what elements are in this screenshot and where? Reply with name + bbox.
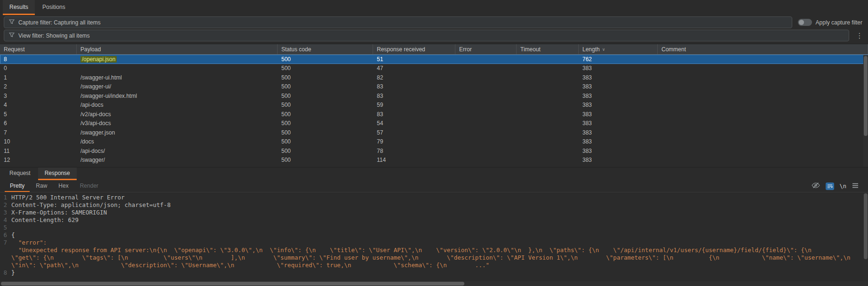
table-cell: 10 xyxy=(0,137,77,147)
table-cell: /v3/api-docs xyxy=(77,119,278,128)
table-cell xyxy=(455,146,517,156)
table-cell: 114 xyxy=(373,156,455,165)
column-header-status-code[interactable]: Status code xyxy=(278,44,373,54)
editor-line: 2Content-Type: application/json; charset… xyxy=(0,201,868,209)
tab-positions[interactable]: Positions xyxy=(36,0,72,15)
line-content: } xyxy=(11,269,868,277)
table-row[interactable]: 10/docs50079383 xyxy=(0,137,868,147)
tab-response[interactable]: Response xyxy=(38,167,77,180)
hide-eye-icon[interactable] xyxy=(812,182,820,190)
editor-horizontal-scrollbar[interactable] xyxy=(0,281,868,286)
tab-raw[interactable]: Raw xyxy=(31,181,52,192)
table-row[interactable]: 5/v2/api-docs50083383 xyxy=(0,110,868,119)
line-content: { xyxy=(11,231,868,239)
line-number: 3 xyxy=(0,209,11,216)
table-cell xyxy=(517,64,579,73)
table-cell: 500 xyxy=(278,110,373,119)
table-cell: 383 xyxy=(579,128,658,137)
table-cell: /swagger-ui/index.html xyxy=(77,91,278,101)
sort-desc-icon: ∨ xyxy=(602,47,605,52)
editor-vertical-scrollbar[interactable] xyxy=(863,192,868,281)
table-cell xyxy=(517,137,579,147)
column-header-request[interactable]: Request xyxy=(0,44,77,54)
funnel-icon xyxy=(9,19,15,26)
table-cell xyxy=(455,64,517,73)
line-number: 2 xyxy=(0,201,11,209)
line-content: "error": "Unexpected response from API s… xyxy=(11,239,868,269)
view-filter-row: View filter: Showing all items ⋮ xyxy=(0,30,868,43)
view-filter-bar[interactable]: View filter: Showing all items xyxy=(4,30,849,41)
column-header-timeout[interactable]: Timeout xyxy=(517,44,579,54)
table-cell: 8 xyxy=(0,55,77,64)
column-header-label: Payload xyxy=(80,46,101,53)
scrollbar-thumb[interactable] xyxy=(864,193,868,259)
column-header-response-received[interactable]: Response received xyxy=(373,44,455,54)
soft-wrap-icon[interactable] xyxy=(826,183,834,190)
results-positions-tabbar: Results Positions xyxy=(0,0,868,15)
table-cell: 5 xyxy=(0,110,77,119)
table-cell xyxy=(658,82,868,92)
table-row[interactable]: 1/swagger-ui.html50082383 xyxy=(0,73,868,82)
table-cell xyxy=(517,73,579,82)
table-row[interactable]: 050047383 xyxy=(0,64,868,73)
table-row[interactable]: 4/api-docs50059383 xyxy=(0,101,868,110)
column-header-payload[interactable]: Payload xyxy=(77,44,278,54)
table-cell: 2 xyxy=(0,82,77,92)
editor-line: 7 "error": "Unexpected response from API… xyxy=(0,239,868,269)
table-cell xyxy=(517,110,579,119)
table-row[interactable]: 7/swagger.json50057383 xyxy=(0,128,868,137)
table-cell: 57 xyxy=(373,128,455,137)
table-cell xyxy=(658,119,868,128)
column-header-error[interactable]: Error xyxy=(455,44,517,54)
show-newlines-button[interactable]: \n xyxy=(840,183,846,190)
table-vertical-scrollbar[interactable] xyxy=(863,55,868,167)
table-row[interactable]: 6/v3/api-docs50054383 xyxy=(0,119,868,128)
table-row[interactable]: 11/api-docs/50078383 xyxy=(0,146,868,156)
column-header-label: Timeout xyxy=(520,46,541,53)
table-cell xyxy=(77,64,278,73)
scrollbar-thumb[interactable] xyxy=(1,282,464,286)
tab-pretty[interactable]: Pretty xyxy=(5,181,30,192)
table-cell: 83 xyxy=(373,82,455,92)
table-cell: 6 xyxy=(0,119,77,128)
capture-filter-bar[interactable]: Capture filter: Capturing all items xyxy=(4,16,792,28)
table-row[interactable]: 2/swagger-ui/50083383 xyxy=(0,82,868,92)
table-cell xyxy=(455,156,517,165)
table-cell: 500 xyxy=(278,137,373,147)
apply-capture-filter-toggle[interactable] xyxy=(798,19,812,26)
table-row[interactable]: 12/swagger/500114383 xyxy=(0,156,868,165)
table-row[interactable]: 3/swagger-ui/index.html50083383 xyxy=(0,91,868,101)
column-header-comment[interactable]: Comment xyxy=(658,44,868,54)
table-cell xyxy=(455,101,517,110)
table-cell: 500 xyxy=(278,64,373,73)
kebab-menu-icon[interactable]: ⋮ xyxy=(855,31,864,40)
table-cell: 12 xyxy=(0,156,77,165)
table-cell: 11 xyxy=(0,146,77,156)
table-cell: 383 xyxy=(579,146,658,156)
table-cell: 383 xyxy=(579,64,658,73)
table-cell xyxy=(658,73,868,82)
table-cell: 500 xyxy=(278,128,373,137)
tab-hex[interactable]: Hex xyxy=(53,181,73,192)
table-cell xyxy=(455,55,517,64)
column-header-length[interactable]: Length∨ xyxy=(579,44,658,54)
table-cell: 51 xyxy=(373,55,455,64)
tab-results[interactable]: Results xyxy=(3,0,35,15)
hamburger-menu-icon[interactable] xyxy=(852,183,859,190)
editor-toolbar-icons: \n xyxy=(812,182,863,190)
table-row[interactable]: 8/openapi.json50051762 xyxy=(0,55,868,64)
table-cell: 383 xyxy=(579,137,658,147)
line-number: 5 xyxy=(0,224,11,231)
table-cell xyxy=(658,128,868,137)
table-cell xyxy=(455,128,517,137)
column-header-label: Error xyxy=(459,46,472,53)
table-cell: /swagger.json xyxy=(77,128,278,137)
column-header-label: Comment xyxy=(661,46,686,53)
table-cell: 500 xyxy=(278,55,373,64)
table-cell xyxy=(517,82,579,92)
capture-filter-text: Capture filter: Capturing all items xyxy=(18,19,101,26)
line-content: Content-Type: application/json; charset=… xyxy=(11,201,868,209)
scrollbar-thumb[interactable] xyxy=(864,56,868,136)
response-editor[interactable]: 1HTTP/2 500 Internal Server Error2Conten… xyxy=(0,192,868,281)
tab-request[interactable]: Request xyxy=(3,167,37,180)
